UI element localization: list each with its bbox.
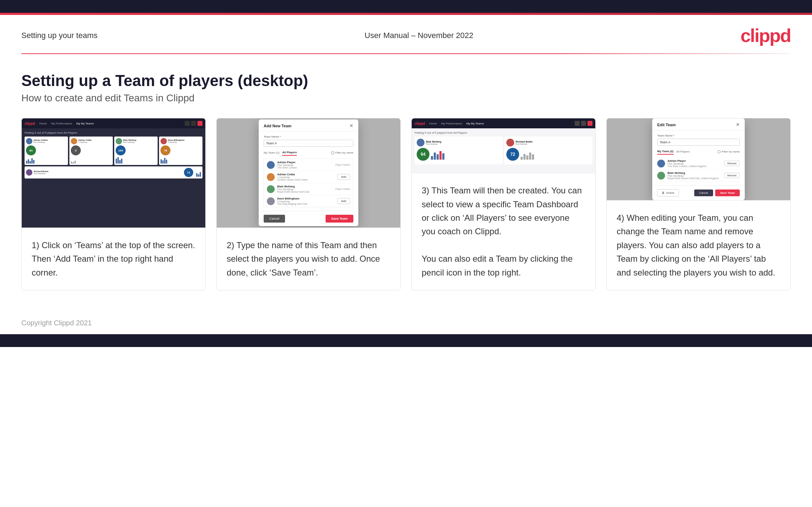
header-manual-title: User Manual – November 2022: [365, 31, 474, 40]
add-team-modal: Add New Team ✕ Team Name * My Team (2) A…: [259, 119, 358, 226]
add-player-button[interactable]: Add: [337, 198, 350, 204]
remove-player-button-adrian[interactable]: Remove: [724, 161, 740, 166]
modal4-cancel-button[interactable]: Cancel: [694, 190, 713, 196]
card-3-text: 3) This Team will then be created. You c…: [412, 173, 595, 290]
player-avatar: [267, 185, 275, 193]
modal2-player-list: Adrian Player Plus Handicap The Shire Lo…: [264, 159, 353, 207]
modal4-title: Edit Team: [657, 123, 676, 127]
card-4-screenshot: Edit Team ✕ Team Name * My Team (2) All …: [607, 118, 790, 201]
edit-player-detail: Plus Handicap: [668, 175, 722, 177]
player-added-status: Player Added: [335, 164, 350, 166]
modal2-save-button[interactable]: Save Team: [326, 215, 353, 223]
edit-player-detail: Plus Handicap: [668, 162, 722, 165]
card-4-text: 4) When editing your Team, you can chang…: [607, 201, 790, 290]
edit-player-name: Adrian Player: [668, 159, 722, 162]
ss1-logo: clippd: [25, 122, 35, 126]
player-row-dave: Dave Billingham 5 Handicap The Ding Magi…: [264, 195, 353, 207]
modal2-tab-allplayers[interactable]: All Players: [282, 150, 297, 156]
edit-player-avatar: [657, 160, 665, 167]
player-detail: Plus Handicap: [277, 188, 333, 191]
remove-player-button-blair[interactable]: Remove: [724, 173, 740, 178]
player-detail: Plus Handicap: [277, 164, 333, 166]
modal4-filter-checkbox[interactable]: [718, 150, 721, 153]
edit-player-avatar: [657, 172, 665, 180]
player-name: Blair McHarg: [277, 185, 333, 188]
modal4-close-icon[interactable]: ✕: [736, 122, 740, 127]
modal2-filter-label: Filter by name: [335, 151, 353, 154]
modal4-delete-button[interactable]: 🗑 Delete: [657, 189, 679, 197]
edit-player-name: Blair McHarg: [668, 171, 722, 175]
player-avatar: [267, 161, 275, 169]
modal4-tab-myteam[interactable]: My Team (2): [657, 149, 674, 155]
modal2-team-name-input[interactable]: [264, 140, 353, 147]
player-detail: 5 Handicap: [277, 200, 335, 203]
modal2-cancel-button[interactable]: Cancel: [264, 215, 285, 223]
modal2-tab-myteam[interactable]: My Team (2): [264, 150, 279, 155]
card-1-text: 1) Click on ‘Teams’ at the top of the sc…: [22, 228, 205, 290]
page-subtitle: How to create and edit Teams in Clippd: [21, 92, 791, 104]
ss3-body-title: Finding 5 out of 5 players from All Play…: [415, 131, 592, 134]
modal4-delete-label: Delete: [666, 191, 674, 194]
player-row-blair: Blair McHarg Plus Handicap Royal North D…: [264, 183, 353, 195]
top-bar: [0, 0, 812, 13]
modal2-close-icon[interactable]: ✕: [349, 123, 353, 128]
card-2: Add New Team ✕ Team Name * My Team (2) A…: [216, 118, 401, 290]
header-logo: clippd: [740, 25, 791, 46]
edit-player-club: Royal North Devon Golf Club, United King…: [668, 177, 722, 180]
footer: Copyright Clippd 2021: [0, 312, 812, 334]
page-title: Setting up a Team of players (desktop): [21, 72, 791, 90]
modal4-team-name-input[interactable]: [657, 139, 740, 146]
header-section-label: Setting up your teams: [21, 31, 97, 40]
player-club: Central London Golf Centre: [277, 178, 335, 181]
player-club: Royal North Devon Golf Club: [277, 191, 333, 193]
edit-player-list: Adrian Player Plus Handicap The Shire Lo…: [657, 158, 740, 182]
cards-grid: clippd Home My Performance My My Teams F…: [0, 114, 812, 312]
ss1-nav-home: Home: [39, 122, 47, 125]
ss3-nav-home: Home: [429, 122, 437, 125]
player-info: Dave Billingham 5 Handicap The Ding Magi…: [277, 197, 335, 205]
header: Setting up your teams User Manual – Nove…: [0, 15, 812, 53]
ss3-logo: clippd: [415, 122, 425, 126]
card-3-screenshot: clippd Home My Performance My My Teams F…: [412, 118, 595, 173]
player-avatar: [267, 197, 275, 205]
edit-player-row-adrian: Adrian Player Plus Handicap The Shire Lo…: [657, 158, 740, 170]
player-info: Adrian Player Plus Handicap The Shire Lo…: [277, 161, 333, 169]
ss1-nav-teams: My My Teams: [76, 122, 94, 125]
modal4-save-button[interactable]: Save Team: [715, 190, 740, 196]
card-2-screenshot: Add New Team ✕ Team Name * My Team (2) A…: [217, 118, 400, 228]
edit-player-row-blair: Blair McHarg Plus Handicap Royal North D…: [657, 170, 740, 182]
add-player-button[interactable]: Add: [337, 174, 350, 180]
card-3: clippd Home My Performance My My Teams F…: [411, 118, 596, 290]
player-detail: 1 Handicap: [277, 176, 335, 178]
edit-player-club: The Shire London, United Kingdom: [668, 165, 722, 167]
footer-copyright: Copyright Clippd 2021: [21, 319, 92, 327]
player-row-adrian-colba: Adrian Colba 1 Handicap Central London G…: [264, 171, 353, 183]
modal4-tab-allplayers[interactable]: All Players: [676, 149, 690, 154]
player-avatar: [267, 173, 275, 181]
modal2-team-name-label: Team Name *: [264, 135, 353, 138]
player-club: The Ding Maging Golf Club: [277, 203, 335, 205]
card-3-text-line2: You can also edit a Team by clicking the…: [422, 254, 573, 277]
player-row-adrian-player: Adrian Player Plus Handicap The Shire Lo…: [264, 159, 353, 171]
ss1-body-title: Finding 5 out of 5 players from All Play…: [25, 131, 202, 134]
card-1-screenshot: clippd Home My Performance My My Teams F…: [22, 118, 205, 228]
player-info: Blair McHarg Plus Handicap Royal North D…: [277, 185, 333, 193]
player-name: Adrian Player: [277, 161, 333, 164]
page-title-section: Setting up a Team of players (desktop) H…: [0, 54, 812, 114]
bottom-bar: [0, 334, 812, 347]
player-name: Adrian Colba: [277, 173, 335, 176]
card-3-text-line1: 3) This Team will then be created. You c…: [422, 186, 582, 236]
player-info: Adrian Colba 1 Handicap Central London G…: [277, 173, 335, 181]
trash-icon: 🗑: [662, 191, 665, 194]
player-name: Dave Billingham: [277, 197, 335, 200]
ss1-nav-performance: My Performance: [51, 122, 72, 125]
card-4: Edit Team ✕ Team Name * My Team (2) All …: [606, 118, 791, 290]
ss3-nav-teams: My My Teams: [466, 122, 484, 125]
modal2-filter-checkbox[interactable]: [331, 151, 334, 154]
card-2-text: 2) Type the name of this Team and then s…: [217, 228, 400, 290]
modal4-team-name-label: Team Name *: [657, 134, 740, 137]
player-club: The Shire London: [277, 166, 333, 169]
modal2-title: Add New Team: [264, 124, 291, 128]
card-1: clippd Home My Performance My My Teams F…: [21, 118, 206, 290]
ss3-nav-performance: My Performance: [441, 122, 462, 125]
